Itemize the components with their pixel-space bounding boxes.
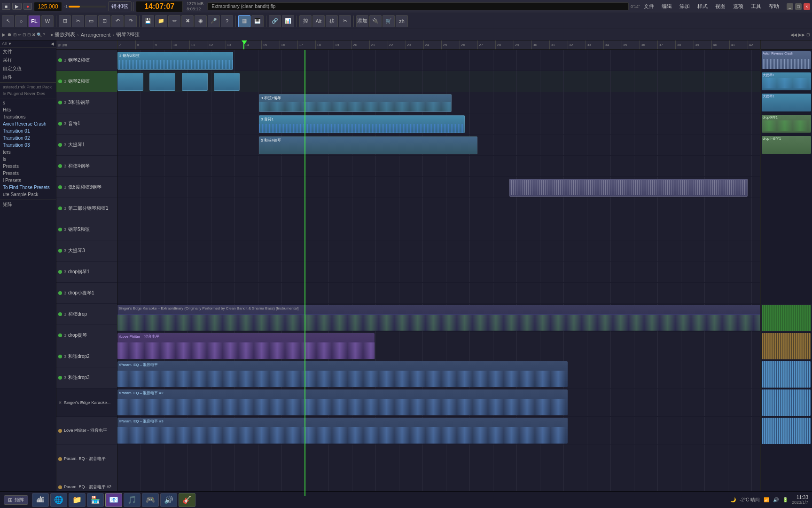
tool-plugin[interactable]: 🔌 [369, 15, 382, 27]
tool-w[interactable]: W [41, 15, 54, 27]
sidebar-item-ls[interactable]: ls [0, 156, 56, 163]
sidebar-item-s[interactable]: s [0, 99, 56, 106]
right-clip-bar-5[interactable]: drop钢琴1 [762, 115, 811, 133]
timeline-btn-3[interactable]: ⊡ [806, 32, 810, 37]
menu-help[interactable]: 帮助 [767, 2, 781, 11]
breadcrumb-piano2[interactable]: 钢琴2和弦 [116, 31, 140, 38]
taskbar-app-3[interactable]: 📁 [69, 493, 86, 507]
tempo-display[interactable]: 125.000 [34, 2, 62, 11]
tool-mic[interactable]: 🎤 [208, 15, 220, 27]
tool-link[interactable]: 🔗 [269, 15, 281, 27]
taskbar-app-7[interactable]: 🎮 [142, 493, 159, 507]
sidebar-item-reverse-crash[interactable]: Avicii Reverse Crash [0, 120, 56, 127]
close-button[interactable]: × [804, 3, 810, 10]
tool-small-5[interactable]: ✖ [32, 32, 36, 37]
tool-zoom[interactable]: ⊡ [98, 15, 110, 27]
timeline-btn-2[interactable]: ▶▶ [798, 32, 805, 37]
tool-cut[interactable]: ✂ [72, 15, 84, 27]
tool-open[interactable]: 📁 [155, 15, 167, 27]
audio-clip-5[interactable]: ♪Param. EQ – 混音电平 #3 [117, 418, 568, 444]
sidebar-item-transitions[interactable]: Transitions [0, 113, 56, 120]
tempo-slider[interactable] [69, 6, 106, 8]
track-label-16[interactable]: 3 和弦drop2 [56, 346, 117, 367]
audio-clip-3[interactable]: ♪Param. EQ – 混音电平 [117, 361, 568, 387]
taskbar-app-4[interactable]: 🏪 [87, 493, 104, 507]
sidebar-item-custom[interactable]: 自定义值 [0, 64, 56, 73]
tool-scissors[interactable]: ✂ [339, 15, 351, 27]
tool-cart[interactable]: 🛒 [383, 15, 395, 27]
taskbar-app-1[interactable]: 🏙 [32, 493, 49, 507]
sidebar-item-presets2[interactable]: Presets [0, 170, 56, 177]
tool-move[interactable]: 移 [326, 15, 338, 27]
sidebar-item-plugins[interactable]: 插件 [0, 73, 56, 81]
ruler[interactable]: .rm { position:absolute; top:0; height:1… [117, 40, 760, 50]
track-label-17[interactable]: 3 和弦drop3 [56, 367, 117, 389]
right-waveform-1[interactable] [762, 305, 811, 331]
tool-delete[interactable]: ✖ [181, 15, 194, 27]
clip-t4-1[interactable]: 3 和弦1钢琴 [259, 94, 452, 112]
tool-zh[interactable]: zh [396, 15, 408, 27]
tool-playlist[interactable]: ▦ [238, 15, 250, 27]
tool-small-2[interactable]: ✏ [18, 32, 22, 37]
track-label-audio-3[interactable]: Param. EQ - 混音电平 [56, 445, 117, 473]
sidebar-item-transition-01[interactable]: Transition 01 [0, 127, 56, 135]
tool-fl[interactable]: FL [28, 15, 40, 27]
tool-select[interactable]: ▭ [85, 15, 97, 27]
sidebar-item-ters[interactable]: ters [0, 149, 56, 156]
audio-clip-4[interactable]: ♪Param. EQ – 混音电平 #2 [117, 389, 568, 415]
clip-t3-2[interactable] [149, 73, 175, 91]
taskbar-app-8[interactable]: 🔊 [160, 493, 177, 507]
right-waveform-4[interactable] [762, 389, 811, 416]
sidebar-item-l-presets[interactable]: l Presets [0, 177, 56, 184]
clip-t5-1[interactable]: 3 音符1 [259, 115, 465, 133]
track-label-4[interactable]: 3 3和弦钢琴 [56, 92, 117, 113]
right-clip-bar-3[interactable]: 大提琴1 [762, 72, 811, 90]
stop-button[interactable]: ■ [2, 3, 10, 10]
audio-clip-2[interactable]: ♪Love Phiiter – 混音电平 [117, 333, 375, 359]
track-label-5[interactable]: 3 音符1 [56, 113, 117, 135]
sidebar-item-samples[interactable]: 采样 [0, 56, 56, 64]
menu-tools[interactable]: 工具 [749, 2, 763, 11]
right-clip-bar-2[interactable]: Avicii Reverse Crash [762, 51, 811, 69]
clip-t6-1[interactable]: 3 和弦4钢琴 [259, 136, 477, 154]
clip-t8-1[interactable] [509, 179, 747, 197]
right-waveform-3[interactable] [762, 361, 811, 388]
tool-small-3[interactable]: ⊡ [23, 32, 26, 37]
taskbar-app-9[interactable]: 🎸 [179, 493, 195, 507]
sidebar-item-presets1[interactable]: Presets [0, 163, 56, 170]
sidebar-all-label[interactable]: All ▼ [2, 41, 12, 46]
taskbar-app-6[interactable]: 🎵 [124, 493, 141, 507]
menu-file[interactable]: 文件 [642, 2, 656, 11]
tool-small-7[interactable]: ? [43, 32, 45, 37]
sidebar-item-hits[interactable]: Hits [0, 106, 56, 113]
track-label-2[interactable]: 3 钢琴2和弦 [56, 50, 117, 71]
clip-t3-4[interactable] [214, 73, 240, 91]
track-label-12[interactable]: 3 drop钢琴1 [56, 262, 117, 283]
start-button[interactable]: ⊞ 矩阵 [4, 495, 28, 505]
track-label-3[interactable]: 3 钢琴2和弦 [56, 71, 117, 92]
right-clip-bar-4[interactable]: 大提琴1 [762, 94, 811, 111]
maximize-button[interactable]: □ [795, 3, 802, 10]
tool-pencil[interactable]: ✏ [168, 15, 180, 27]
track-label-14[interactable]: 3 和弦drop [56, 304, 117, 325]
menu-edit[interactable]: 编辑 [660, 2, 674, 11]
tool-pointer[interactable]: ↖ [2, 15, 14, 27]
sidebar-item-files[interactable]: 文件 [0, 48, 56, 56]
tool-undo[interactable]: ↶ [111, 15, 124, 27]
audio-clip-1[interactable]: Singer's Edge Karaoke – Extraordinary (O… [117, 305, 760, 331]
tool-redo[interactable]: ↷ [125, 15, 137, 27]
sidebar-item-matrix[interactable]: 矩阵 [0, 200, 56, 209]
tool-mute[interactable]: ◉ [195, 15, 207, 27]
play-small[interactable]: ▶ [2, 32, 6, 37]
sidebar-pack-2[interactable]: le Pa.gend Never Dies [0, 90, 56, 97]
track-label-15[interactable]: 3 drop提琴 [56, 325, 117, 346]
track-label-audio-1[interactable]: ✕ Singer's Edge Karaoke... [56, 389, 117, 417]
sidebar-pack-1[interactable]: astered.rrek Product Pack [0, 84, 56, 90]
minimize-button[interactable]: _ [787, 3, 793, 10]
sidebar-item-sample-pack[interactable]: ute Sample Pack [0, 191, 56, 198]
menu-style[interactable]: 样式 [695, 2, 710, 11]
record-button[interactable]: ● [23, 3, 32, 10]
tool-piano[interactable]: 🎹 [251, 15, 264, 27]
clip-t3-3[interactable] [182, 73, 208, 91]
menu-add[interactable]: 添加 [678, 2, 692, 11]
